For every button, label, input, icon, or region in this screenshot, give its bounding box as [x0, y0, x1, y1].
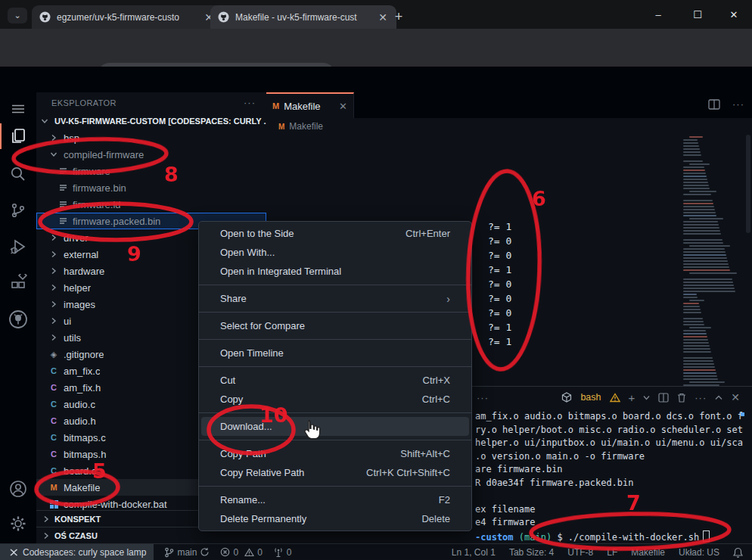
terminal-output[interactable]: am_fix.o audio.o bitmaps.o board.o dcs.o… — [475, 411, 752, 543]
menu-item-cut[interactable]: CutCtrl+X — [201, 371, 469, 390]
tree-item-firmware[interactable]: firmware — [36, 163, 266, 179]
split-editor-icon[interactable] — [708, 99, 720, 110]
editor-more-icon[interactable]: ··· — [732, 98, 744, 110]
minimap-line — [683, 351, 711, 353]
split-terminal-icon[interactable] — [658, 393, 669, 403]
menu-item-copy[interactable]: CopyCtrl+C — [201, 390, 469, 409]
settings-gear-icon[interactable] — [0, 509, 36, 539]
minimap-line — [683, 188, 710, 189]
terminal-line: R d0ae34f firmware.packed.bin — [475, 478, 752, 491]
status-item-ln-1-col-1[interactable]: Ln 1, Col 1 — [452, 547, 496, 558]
minimap-line — [689, 136, 703, 138]
terminal-more-icon[interactable]: ··· — [695, 392, 707, 403]
menu-separator — [199, 486, 471, 487]
sidebar-item-extensions[interactable] — [0, 268, 36, 298]
makefile-icon: M — [272, 101, 279, 110]
ports-indicator[interactable]: 0 — [273, 547, 292, 558]
minimap-line — [683, 239, 722, 241]
makefile-icon: M — [278, 123, 284, 131]
menu-item-share[interactable]: Share› — [201, 289, 469, 308]
tab-close-icon[interactable]: ✕ — [339, 101, 347, 112]
tree-item-bsp[interactable]: bsp — [36, 129, 266, 146]
sidebar-item-github[interactable] — [0, 304, 36, 334]
menu-item-open-with[interactable]: Open With... — [201, 243, 469, 262]
minimap-line — [683, 342, 709, 344]
menu-item-rename[interactable]: Rename...F2 — [201, 490, 469, 509]
tab-makefile[interactable]: M Makefile ✕ — [266, 92, 354, 118]
kill-terminal-trash-icon[interactable] — [677, 393, 686, 403]
menu-item-select-for-compare[interactable]: Select for Compare — [201, 316, 469, 335]
sidebar-item-source-control[interactable] — [0, 195, 36, 226]
status-item-makefile[interactable]: Makefile — [631, 547, 665, 558]
terminal-line: e4 firmware — [475, 517, 752, 530]
menu-icon[interactable] — [0, 94, 36, 124]
sidebar-item-run-debug[interactable] — [0, 232, 36, 262]
maximize-panel-icon[interactable] — [715, 395, 722, 400]
new-tab-button[interactable]: + — [389, 7, 409, 26]
menu-item-open-timeline[interactable]: Open Timeline — [201, 344, 469, 362]
branch-indicator[interactable]: main — [164, 547, 210, 558]
minimap-line — [683, 194, 711, 195]
minimap-line — [683, 303, 699, 304]
menu-item-delete-permanently[interactable]: Delete PermanentlyDelete — [201, 509, 469, 528]
window-close-button[interactable]: ✕ — [719, 5, 749, 24]
chev-down-icon — [39, 117, 50, 125]
window-maximize-button[interactable]: ☐ — [682, 5, 713, 24]
editor-scrollbar[interactable] — [746, 135, 750, 233]
window-minimize-button[interactable]: – — [643, 5, 673, 24]
chevron-right-icon — [42, 532, 50, 540]
terminal-dropdown-icon[interactable] — [643, 395, 650, 400]
remote-indicator[interactable]: Codespaces: curly space lamp — [0, 544, 154, 560]
tree-item-uv-k5-firmware-custom-codespaces-curly[interactable]: UV-K5-FIRMWARE-CUSTOM [CODESPACES: CURLY… — [36, 113, 266, 129]
minimap-line — [683, 166, 704, 168]
sync-icon[interactable] — [200, 547, 210, 557]
minimap-line — [683, 233, 721, 235]
tree-item-label: bitmaps.c — [64, 432, 106, 443]
tree-item-label: board.c — [64, 465, 96, 477]
menu-item-open-in-integrated-terminal[interactable]: Open in Integrated Terminal — [201, 262, 469, 281]
tab-search-button[interactable]: ⌄ — [8, 8, 27, 23]
status-item-lf[interactable]: LF — [607, 547, 617, 558]
minimap-line — [683, 275, 741, 277]
tree-item-firmware-bin[interactable]: firmware.bin — [36, 179, 266, 196]
bell-icon[interactable] — [733, 547, 743, 558]
c-file-icon: C — [48, 433, 59, 442]
explorer-more-icon[interactable]: ··· — [244, 97, 256, 108]
menu-item-shortcut: Ctrl+X — [423, 375, 450, 386]
status-item-układ-us[interactable]: Układ: US — [679, 547, 719, 558]
minimap-line — [683, 333, 707, 334]
minimap-line — [683, 266, 729, 268]
minimap-line — [689, 191, 716, 192]
tree-item-label: compiled-firmware — [64, 149, 144, 160]
minimap-line — [683, 248, 725, 250]
terminal-shell-label[interactable]: bash — [580, 392, 601, 403]
branch-label: main — [177, 547, 197, 558]
breadcrumb[interactable]: M Makefile — [266, 118, 752, 135]
menu-item-download[interactable]: Download... — [201, 417, 469, 436]
code-value: ?= 0 — [488, 293, 511, 304]
browser-tab-2[interactable]: Makefile - uv-k5-firmware-cust ✕ — [210, 5, 396, 29]
status-item-tab-size-4[interactable]: Tab Size: 4 — [509, 547, 554, 558]
tab-close-icon[interactable]: ✕ — [377, 12, 389, 23]
tree-item-compiled-firmware[interactable]: compiled-firmware — [36, 146, 266, 163]
sidebar-item-search[interactable] — [0, 159, 36, 189]
browser-tab-1[interactable]: egzumer/uv-k5-firmware-custo ✕ — [32, 5, 222, 29]
minimap[interactable] — [683, 136, 741, 409]
minimap-line — [683, 209, 715, 210]
account-icon[interactable] — [0, 474, 36, 504]
panel-more-icon[interactable]: ··· — [477, 392, 489, 403]
code-value: ?= 1 — [488, 221, 511, 232]
problems-indicator[interactable]: 0 0 — [220, 547, 262, 558]
menu-item-open-to-the-side[interactable]: Open to the SideCtrl+Enter — [201, 224, 469, 243]
git-branch-icon — [164, 547, 174, 558]
tree-item-firmware-ld[interactable]: firmware.ld — [36, 196, 266, 213]
new-terminal-icon[interactable]: + — [629, 391, 635, 404]
code-value: ?= 0 — [488, 307, 511, 319]
breadcrumb-item[interactable]: Makefile — [289, 121, 323, 132]
minimap-line — [683, 348, 710, 350]
close-panel-icon[interactable]: ✕ — [731, 391, 740, 403]
menu-item-copy-relative-path[interactable]: Copy Relative PathCtrl+K Ctrl+Shift+C — [201, 463, 469, 482]
menu-item-copy-path[interactable]: Copy PathShift+Alt+C — [201, 444, 469, 463]
status-item-utf-8[interactable]: UTF-8 — [567, 547, 593, 558]
sidebar-item-explorer[interactable] — [0, 121, 36, 151]
